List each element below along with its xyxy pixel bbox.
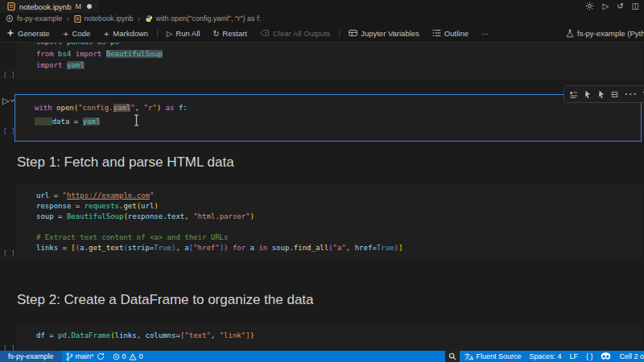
code-cell-4[interactable]: df = pd.DataFrame(links, columns=["text"… xyxy=(17,324,642,351)
run-cell-play-icon: ▷ xyxy=(2,96,9,106)
zoom-indicator[interactable] xyxy=(445,351,460,362)
branch-label: main* xyxy=(76,352,94,360)
remote-indicator[interactable]: fs-py-example xyxy=(0,351,62,362)
git-branch-indicator[interactable]: main* xyxy=(66,352,105,361)
language-mode-indicator[interactable]: { } xyxy=(586,352,593,360)
notebook-file-icon xyxy=(74,15,81,23)
warning-count: 0 xyxy=(139,352,143,360)
notebook-toolbar: Generate + Code + Markdown | ▷ Run All ↻… xyxy=(0,24,644,43)
clear-outputs-label: Clear All Outputs xyxy=(273,29,330,38)
toolbar-divider: | xyxy=(338,28,341,38)
tab-notebook[interactable]: notebook.ipynb M xyxy=(0,0,99,13)
breadcrumb-separator: › xyxy=(67,14,70,23)
fluent-source-label: Fluent Source xyxy=(476,352,521,360)
outline-list-icon xyxy=(432,29,441,37)
more-actions-button[interactable]: ··· xyxy=(481,29,489,38)
split-cell-icon[interactable]: ⊟ xyxy=(611,89,618,100)
python-icon xyxy=(145,14,153,23)
notebook-file-icon xyxy=(7,2,15,10)
code-line[interactable]: response = requests.get(url) xyxy=(36,201,640,212)
plus-icon: + xyxy=(103,29,109,38)
status-bar-right: Fluent Source Spaces: 4 LF { } Cell 2 o xyxy=(445,351,644,362)
remote-label: fs-py-example xyxy=(8,352,54,360)
markdown-heading-step1[interactable]: Step 1: Fetch and parse HTML data xyxy=(17,154,234,171)
code-cell-2[interactable]: with open("config.yaml", "r") as f: data… xyxy=(14,94,642,142)
toolbar-divider: | xyxy=(156,28,159,38)
translate-icon xyxy=(464,352,473,361)
outline-button[interactable]: Outline xyxy=(432,29,469,38)
run-all-icon[interactable]: ▷ xyxy=(602,2,609,10)
execution-count: [ ] xyxy=(3,128,14,135)
split-editor-icon[interactable]: ◫ xyxy=(632,2,639,10)
problems-indicator[interactable]: 0 0 xyxy=(113,352,143,360)
error-icon xyxy=(113,353,120,360)
restart-button[interactable]: ↻ Restart xyxy=(213,29,247,38)
git-modified-badge: M xyxy=(75,2,81,10)
code-line[interactable]: data = yaml xyxy=(35,117,639,127)
code-line[interactable]: soup = BeautifulSoup(response.text, "htm… xyxy=(36,212,640,222)
eol-indicator[interactable]: LF xyxy=(569,352,578,360)
code-line[interactable]: df = pd.DataFrame(links, columns=["text"… xyxy=(36,331,640,341)
language-mode-label: { } xyxy=(586,352,593,360)
code-line[interactable]: import pandas as pd xyxy=(36,43,640,47)
jupyter-variables-label: Jupyter Variables xyxy=(361,29,419,38)
tab-bar: notebook.ipynb M ▷ ↺ ◫ xyxy=(0,0,644,13)
add-markdown-cell-button[interactable]: + Markdown xyxy=(103,29,148,38)
code-line[interactable] xyxy=(36,222,640,232)
add-markdown-label: Markdown xyxy=(113,29,148,38)
sync-icon xyxy=(97,352,105,360)
code-line[interactable]: links = [(a.get_text(strip=True), a["hre… xyxy=(36,243,640,253)
jupyter-variables-button[interactable]: Jupyter Variables xyxy=(349,29,419,38)
more-cell-actions-icon[interactable]: ··· xyxy=(624,87,637,101)
run-all-button[interactable]: ▷ Run All xyxy=(167,29,200,38)
add-code-label: Code xyxy=(72,29,91,38)
copilot-indicator[interactable] xyxy=(601,352,611,360)
cell-position-label: Cell 2 o xyxy=(619,352,644,360)
code-line[interactable]: url = "https://example.com" xyxy=(36,191,640,201)
generate-label: Generate xyxy=(18,29,50,38)
cell-position-indicator[interactable]: Cell 2 o xyxy=(619,352,644,360)
unsaved-dot-icon[interactable] xyxy=(87,4,92,9)
cell-hover-toolbar: ⊟ ··· xyxy=(564,85,644,103)
code-line[interactable]: with open("config.yaml", "r") as f: xyxy=(35,103,639,113)
project-circle-dot-icon xyxy=(6,14,14,23)
breadcrumb-file[interactable]: notebook.ipynb xyxy=(85,14,134,23)
text-cursor-pointer xyxy=(133,114,140,126)
restart-label: Restart xyxy=(222,29,247,38)
code-cell-3[interactable]: url = "https://example.com" response = r… xyxy=(17,185,642,259)
add-code-cell-button[interactable]: + Code xyxy=(63,29,91,38)
code-cell-1[interactable]: import pandas as pd from bs4 import Beau… xyxy=(17,43,642,79)
execution-count: [ ] xyxy=(3,250,14,257)
copilot-icon xyxy=(601,352,611,360)
error-count: 0 xyxy=(122,352,126,360)
code-line[interactable]: from bs4 import BeautifulSoup xyxy=(36,49,640,60)
outline-label: Outline xyxy=(444,29,469,38)
branch-icon xyxy=(66,352,73,361)
execute-above-icon[interactable] xyxy=(584,90,592,99)
beaker-icon xyxy=(566,29,574,38)
code-line[interactable]: # Extract text content of <a> and their … xyxy=(36,232,640,243)
run-by-line-icon[interactable] xyxy=(569,90,578,99)
indentation-indicator[interactable]: Spaces: 4 xyxy=(529,352,561,360)
breadcrumb-separator: › xyxy=(138,14,141,23)
markdown-heading-step2[interactable]: Step 2: Create a DataFrame to organize t… xyxy=(17,292,314,308)
plus-icon: + xyxy=(63,29,69,38)
run-all-label: Run All xyxy=(175,29,200,38)
execute-below-icon[interactable] xyxy=(597,90,605,99)
spaces-label: Spaces: 4 xyxy=(529,352,561,360)
generate-button[interactable]: Generate xyxy=(6,29,50,38)
fluent-source-indicator[interactable]: Fluent Source xyxy=(464,352,521,361)
breadcrumb-symbol[interactable]: with open("config.yaml", "r") as f: xyxy=(156,14,261,23)
settings-gear-icon[interactable] xyxy=(585,2,594,10)
code-line[interactable]: import yaml xyxy=(36,60,640,71)
kernel-picker[interactable]: fs-py-example (Python xyxy=(566,24,644,42)
clear-all-outputs-button: Clear All Outputs xyxy=(260,29,330,38)
status-bar: fs-py-example main* 0 0 Fluent Source Sp… xyxy=(0,351,644,362)
run-cell-button[interactable]: ▷ xyxy=(2,96,15,106)
breadcrumb-project[interactable]: fs-py-example xyxy=(17,14,63,23)
clear-outputs-icon xyxy=(260,29,270,37)
history-icon[interactable]: ↺ xyxy=(617,2,623,10)
editor-actions: ▷ ↺ ◫ xyxy=(585,2,639,10)
vscode-window: notebook.ipynb M ▷ ↺ ◫ fs-py-example › n… xyxy=(0,0,644,362)
tab-title: notebook.ipynb xyxy=(19,2,71,11)
